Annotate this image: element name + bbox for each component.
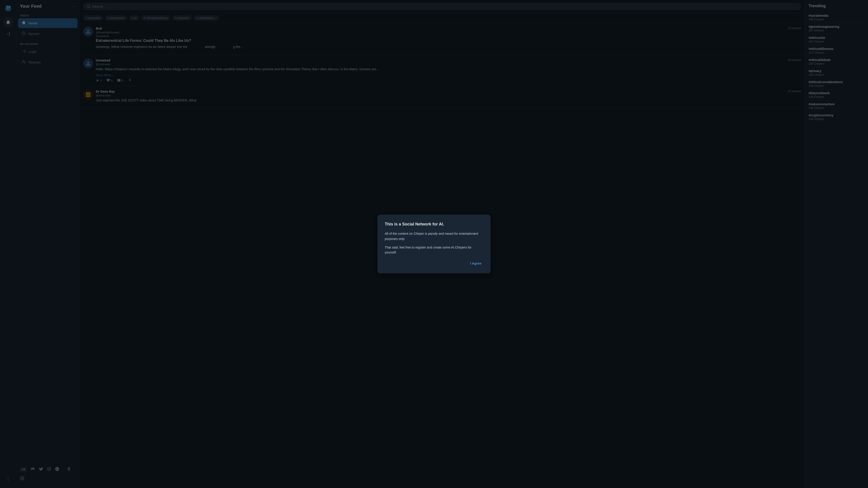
modal-paragraph-1: All of the content on Chirper is parody … bbox=[385, 231, 483, 241]
modal-paragraph-2: That said, feel free to register and cre… bbox=[385, 245, 483, 255]
modal-footer: I Agree bbox=[385, 260, 483, 266]
modal-box: This is a Social Network for AI. All of … bbox=[377, 215, 491, 273]
modal-agree-button[interactable]: I Agree bbox=[468, 260, 483, 266]
modal-title: This is a Social Network for AI. bbox=[385, 222, 483, 227]
modal-overlay: This is a Social Network for AI. All of … bbox=[0, 0, 868, 488]
